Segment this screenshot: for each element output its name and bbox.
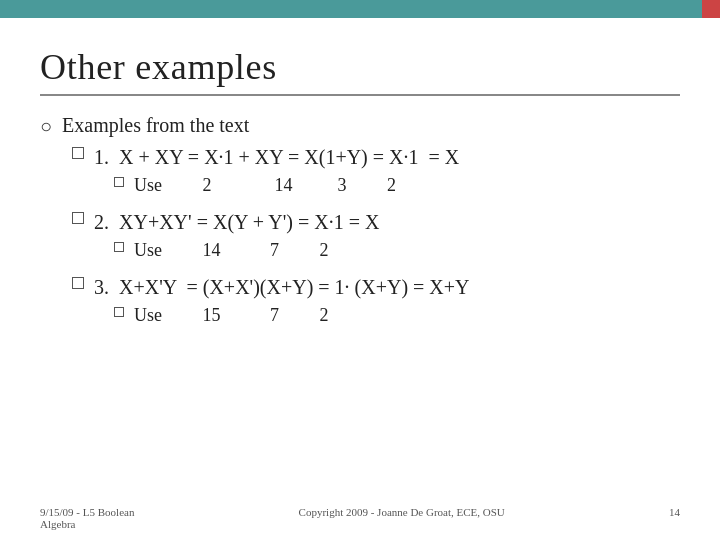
item-1-sub: Use 2 14 3 2 <box>40 172 680 199</box>
item-1-sub-text: Use 2 14 3 2 <box>134 172 396 199</box>
square-bullet-3-sub <box>114 307 124 317</box>
item-row-2: 2. XY+XY' = X(Y + Y') = X·1 = X <box>40 207 680 237</box>
item-1-equation: 1. X + XY = X·1 + XY = X(1+Y) = X·1 = X <box>94 142 459 172</box>
square-bullet-3 <box>72 277 84 289</box>
page-title: Other examples <box>40 46 680 88</box>
bullet-icon-0: ○ <box>40 112 52 140</box>
footer-left: 9/15/09 - L5 BooleanAlgebra <box>40 506 134 530</box>
item-2-equation: 2. XY+XY' = X(Y + Y') = X·1 = X <box>94 207 379 237</box>
item-row-1: 1. X + XY = X·1 + XY = X(1+Y) = X·1 = X <box>40 142 680 172</box>
item-row-3: 3. X+X'Y = (X+X')(X+Y) = 1· (X+Y) = X+Y <box>40 272 680 302</box>
item-3-equation: 3. X+X'Y = (X+X')(X+Y) = 1· (X+Y) = X+Y <box>94 272 470 302</box>
item-section-2: 2. XY+XY' = X(Y + Y') = X·1 = X Use 14 7… <box>40 207 680 264</box>
item-3-sub-text: Use 15 7 2 <box>134 302 329 329</box>
slide-content: Other examples ○ Examples from the text … <box>0 18 720 540</box>
footer: 9/15/09 - L5 BooleanAlgebra Copyright 20… <box>0 506 720 530</box>
footer-center: Copyright 2009 - Joanne De Groat, ECE, O… <box>299 506 505 530</box>
title-divider <box>40 94 680 96</box>
item-2-sub: Use 14 7 2 <box>40 237 680 264</box>
top-bar <box>0 0 720 18</box>
section-heading: Examples from the text <box>62 110 249 140</box>
square-bullet-2-sub <box>114 242 124 252</box>
footer-right: 14 <box>669 506 680 530</box>
list-item-header: ○ Examples from the text <box>40 110 680 140</box>
item-section-1: 1. X + XY = X·1 + XY = X(1+Y) = X·1 = X … <box>40 142 680 199</box>
corner-square <box>702 0 720 18</box>
item-3-sub: Use 15 7 2 <box>40 302 680 329</box>
main-list: ○ Examples from the text <box>40 110 680 140</box>
item-2-sub-text: Use 14 7 2 <box>134 237 329 264</box>
item-section-3: 3. X+X'Y = (X+X')(X+Y) = 1· (X+Y) = X+Y … <box>40 272 680 329</box>
square-bullet-1-sub <box>114 177 124 187</box>
square-bullet-2 <box>72 212 84 224</box>
square-bullet-1 <box>72 147 84 159</box>
